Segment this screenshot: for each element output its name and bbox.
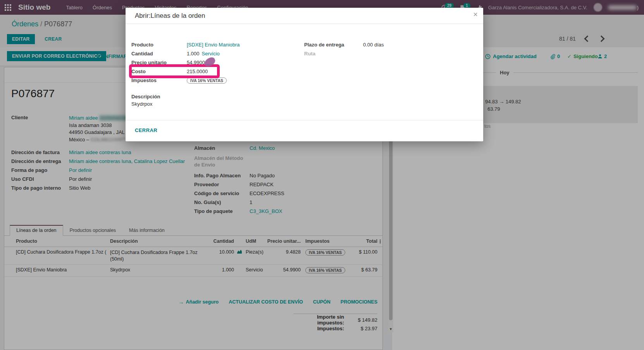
notebook-tabs: Líneas de la orden Productos opcionales … xyxy=(10,225,171,236)
tab-optional-products[interactable]: Productos opcionales xyxy=(63,225,123,236)
row2-price: 54.9900 xyxy=(258,264,301,273)
package-type-label: Tipo de paquete xyxy=(194,208,250,214)
customer-name-visible: Miriam aidee xyxy=(69,115,98,121)
row1-description: [CD] Cuchara Dosificadora Frappe 1.7oz (… xyxy=(110,247,211,262)
scroll-down-icon[interactable]: ▼ xyxy=(388,327,393,331)
tab-order-lines[interactable]: Líneas de la orden xyxy=(10,225,63,236)
apps-grid-icon[interactable] xyxy=(5,4,11,11)
menu-tablero[interactable]: Tablero xyxy=(66,5,83,10)
pager-next-icon[interactable] xyxy=(598,36,604,42)
row1-description-line2: (50ml) xyxy=(110,256,124,262)
forecast-graph-icon[interactable] xyxy=(237,247,244,254)
update-shipping-cost-link[interactable]: ACTUALIZAR COSTO DE ENVÍO xyxy=(229,299,303,305)
modal-quantity-label: Cantidad xyxy=(131,51,187,57)
user-name-suffix: ) xyxy=(637,5,639,10)
paperclip-icon xyxy=(550,54,555,59)
shipping-warehouse-label: Almacén del Método de Envío xyxy=(194,155,250,168)
modal-field-product: Producto [SDXE] Envio Maniobra xyxy=(131,40,298,49)
pager-counter: 81 / 81 xyxy=(559,36,576,42)
promotions-link[interactable]: PROMOCIONES xyxy=(341,299,377,305)
col-product[interactable]: Producto xyxy=(16,236,106,244)
customer-block: Miriam aidee contreras luna Isla andaman… xyxy=(69,115,133,143)
modal-description-label: Descripción xyxy=(131,94,160,100)
internal-payment-type-label: Tipo de pago interno xyxy=(11,185,69,191)
guides-count-value: 1 xyxy=(250,199,252,205)
attachments-button[interactable]: 0 xyxy=(550,53,560,59)
modal-uom-value[interactable]: Servicio xyxy=(202,51,220,57)
col-unit-price[interactable]: Precio unitar... xyxy=(258,236,301,244)
carrier-value: REDPACK xyxy=(250,182,274,187)
modal-unit-price-label: Precio unitario xyxy=(131,60,187,65)
payment-method-label: Forma de pago xyxy=(11,167,69,173)
left-fields: Dirección de factura Miriam aidee contre… xyxy=(11,148,188,192)
create-button[interactable]: CREAR xyxy=(45,36,62,42)
modal-tax-pill: IVA 16% VENTAS xyxy=(187,77,227,84)
row2-total: $ 63.79 xyxy=(346,264,377,273)
modal-right-fields: Plazo de entrega 0.00 días Ruta xyxy=(304,40,471,58)
row1-product: [CD] Cuchara Dosificadora Frappe 1.7oz (… xyxy=(16,247,106,255)
followers-button[interactable]: 2 xyxy=(598,53,607,59)
warehouse-value[interactable]: Cd. Mexico xyxy=(250,145,275,151)
following-button[interactable]: ✓ Siguiendo xyxy=(567,53,598,59)
row1-quantity: 10.000 xyxy=(211,247,234,255)
activity-badge: 29 xyxy=(445,3,454,8)
breadcrumb-separator: / xyxy=(40,20,42,28)
row2-product: [SDXE] Envio Maniobra xyxy=(16,264,106,273)
company-name[interactable]: Garza Alanis Comercializadora, S.A. de C… xyxy=(488,5,587,10)
menu-ordenes[interactable]: Órdenes xyxy=(93,5,112,10)
col-quantity[interactable]: Cantidad xyxy=(211,236,234,244)
schedule-activity-button[interactable]: Agendar actividad xyxy=(485,53,537,59)
tab-more-info[interactable]: Más información xyxy=(122,225,171,236)
user-menu[interactable]: ) xyxy=(608,5,639,10)
row1-description-line1: [CD] Cuchara Dosificadora Frappe 1.7oz xyxy=(110,250,198,255)
modal-footer: CERRAR xyxy=(126,120,483,141)
breadcrumb-ordenes[interactable]: Órdenes xyxy=(12,20,38,28)
row2-quantity: 1.000 xyxy=(211,264,234,273)
attachments-count: 0 xyxy=(557,53,560,59)
order-line-row[interactable]: [CD] Cuchara Dosificadora Frappe 1.7oz (… xyxy=(4,247,383,265)
customer-name[interactable]: Miriam aidee contreras luna xyxy=(69,115,133,122)
modal-close-button[interactable]: CERRAR xyxy=(135,127,157,133)
clock-icon xyxy=(485,54,491,59)
field-warehouse-payment-info: Info. Pago Almacen No Pagado xyxy=(194,171,376,180)
modal-header: Abrir:Líneas de la orden × xyxy=(126,8,483,24)
row1-tax-pill: IVA 16% VENTAS xyxy=(305,249,345,256)
modal-left-fields: Producto [SDXE] Envio Maniobra Cantidad … xyxy=(131,40,298,85)
confirm-button[interactable]: CONFIRMAR xyxy=(98,54,127,59)
column-options-icon[interactable]: ⋮ xyxy=(378,236,383,244)
pager-previous-icon[interactable] xyxy=(584,36,591,42)
user-avatar[interactable] xyxy=(594,3,602,12)
coupon-link[interactable]: CUPÓN xyxy=(313,299,331,305)
edit-button[interactable]: EDITAR xyxy=(7,34,35,44)
modal-quantity-value: 1.000 xyxy=(187,51,200,57)
breadcrumb-current: P076877 xyxy=(44,20,72,28)
customer-country: México – xyxy=(69,137,89,142)
order-lines-header: Producto Descripción Cantidad UdM Precio… xyxy=(4,236,383,247)
package-type-value[interactable]: C3_3KG_BOX xyxy=(250,208,282,214)
modal-product-value[interactable]: [SDXE] Envio Maniobra xyxy=(187,42,240,48)
modal-description-value: Skydrpox xyxy=(131,101,152,107)
send-email-button[interactable]: ENVIAR POR CORREO ELECTRÓNICO xyxy=(7,51,106,61)
col-description[interactable]: Descripción xyxy=(110,236,211,244)
modal-cost-label: Costo xyxy=(131,69,187,74)
warehouse-payment-info-label: Info. Pago Almacen xyxy=(194,173,250,178)
payment-method-value[interactable]: Por definir xyxy=(69,167,92,173)
row1-total: $ 110.00 xyxy=(346,247,377,255)
field-internal-payment-type: Tipo de pago interno Sitio Web xyxy=(11,184,188,192)
delivery-address-value[interactable]: Miriam aidee contreras luna, Catalina Lo… xyxy=(69,158,185,164)
order-line-row[interactable]: [SDXE] Envio Maniobra Skydrpox 1.000 Ser… xyxy=(4,264,383,277)
add-insurance-link[interactable]: → Añadir seguro xyxy=(178,299,219,305)
close-icon[interactable]: × xyxy=(473,10,478,19)
untaxed-amount-value: $ 149.82 xyxy=(350,317,377,323)
taxes-row: Impuestos: $ 23.97 xyxy=(294,324,377,333)
invoice-address-value[interactable]: Miriam aidee contreras luna xyxy=(69,149,131,155)
delivery-address-label: Dirección de entrega xyxy=(11,158,69,164)
app-brand[interactable]: Sitio web xyxy=(18,3,50,12)
col-total[interactable]: Total xyxy=(346,236,377,244)
modal-unit-price-value: 54.9900 xyxy=(187,60,205,65)
field-service-code: Código de servicio ECOEXPRESS xyxy=(194,189,376,198)
untaxed-amount-label: Importe sin impuestos: xyxy=(294,314,350,326)
invoice-address-label: Dirección de factura xyxy=(11,149,69,155)
breadcrumb: Órdenes / P076877 xyxy=(12,20,72,28)
check-icon: ✓ xyxy=(567,53,572,59)
